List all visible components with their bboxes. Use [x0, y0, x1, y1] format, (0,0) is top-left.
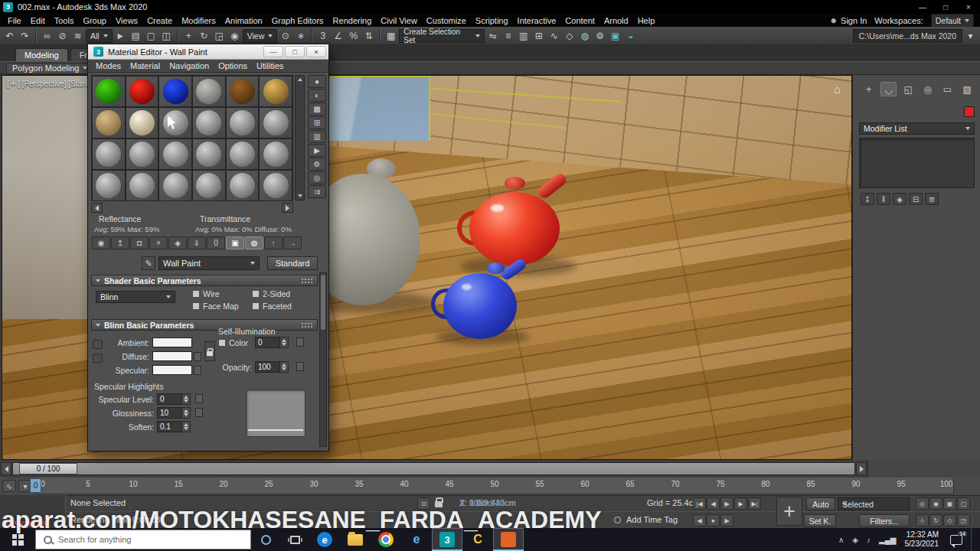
edge-icon[interactable]: e [309, 528, 340, 551]
select-and-manipulate-icon[interactable]: ∗ [293, 28, 308, 43]
recorder-app-icon[interactable] [493, 528, 524, 551]
menu-help[interactable]: Help [633, 16, 660, 25]
pan-tool-button[interactable]: + [776, 497, 802, 526]
key-filters-button[interactable]: Filters... [859, 514, 910, 527]
specular-level-map-button[interactable] [195, 394, 203, 403]
menu-edit[interactable]: Edit [26, 16, 50, 25]
reset-map-icon[interactable]: × [149, 236, 168, 249]
material-slot-gray-3[interactable] [226, 107, 260, 139]
maximize-button[interactable]: □ [934, 3, 957, 11]
remove-modifier-icon[interactable]: ⊟ [909, 193, 923, 205]
zoom-extents-icon[interactable]: ▣ [943, 497, 956, 510]
previous-frame-arrow[interactable] [1, 462, 11, 475]
slot-nav-right-icon[interactable] [282, 203, 293, 213]
menu-content[interactable]: Content [560, 16, 599, 25]
auto-key-button[interactable]: Auto [806, 497, 835, 510]
workspaces-dropdown[interactable]: Default [931, 14, 974, 28]
scrollbar-thumb[interactable] [321, 275, 325, 330]
make-unique-icon[interactable]: ◈ [168, 236, 187, 249]
material-slot-gray-9[interactable] [226, 139, 260, 170]
snaps-toggle-icon[interactable]: 3 [315, 28, 330, 43]
material-name-dropdown[interactable]: Wall Paint [158, 256, 260, 270]
tray-icon-onedrive[interactable]: ◈ [852, 536, 858, 544]
material-slot-concrete[interactable] [192, 76, 226, 107]
next-frame-arrow[interactable] [856, 462, 867, 475]
material-slot-gray-4[interactable] [259, 107, 292, 139]
object-color-swatch[interactable] [964, 106, 975, 117]
specular-level-spinner[interactable]: 0 [157, 393, 191, 405]
sample-type-icon[interactable]: ● [308, 75, 326, 88]
add-time-tag[interactable]: Add Time Tag [626, 515, 678, 524]
self-illumination-map-button[interactable] [296, 337, 304, 347]
glossiness-map-button[interactable] [195, 408, 203, 417]
self-illumination-spinner[interactable]: 0 [255, 337, 289, 348]
ie-icon[interactable]: e [401, 528, 432, 551]
layer-manager-icon[interactable]: ▥ [516, 28, 531, 43]
red-teapot[interactable] [469, 192, 560, 266]
use-pivot-point-icon[interactable]: ⊙ [278, 28, 292, 43]
select-and-rotate-icon[interactable]: ↻ [197, 28, 211, 43]
material-slot-red[interactable] [126, 76, 159, 107]
minimize-button[interactable]: — [911, 3, 934, 11]
material-slot-gold-checker[interactable] [259, 76, 292, 107]
opacity-spinner[interactable]: 100 [255, 361, 289, 373]
menu-arnold[interactable]: Arnold [599, 16, 633, 25]
taskbar-search[interactable]: Search for anything [35, 530, 251, 549]
c-app-icon[interactable]: C [462, 528, 493, 551]
spinner-snap-icon[interactable]: ⇅ [361, 28, 376, 43]
previous-frame-button[interactable]: ◀ [707, 497, 720, 510]
shader-dropdown[interactable]: Blinn [96, 291, 175, 303]
cortana-button[interactable] [251, 528, 280, 551]
put-material-to-scene-icon[interactable]: ↥ [111, 236, 129, 249]
spinner-arrows[interactable] [182, 393, 191, 405]
menu-file[interactable]: File [3, 16, 26, 25]
slot-nav-left-icon[interactable] [91, 203, 103, 213]
create-tab-icon[interactable]: + [861, 82, 877, 96]
isolate-selection-toggle-icon[interactable]: ⊡ [417, 497, 430, 510]
zoom-icon[interactable]: ◎ [916, 497, 929, 510]
modify-tab-icon[interactable]: ◡ [880, 82, 897, 96]
assign-material-icon[interactable]: ◘ [130, 236, 149, 249]
checkbox-wire[interactable]: Wire [192, 289, 252, 298]
modifier-stack[interactable] [859, 138, 975, 188]
specular-level-value[interactable]: 0 [157, 393, 182, 405]
show-end-result-icon[interactable]: ‖ [877, 193, 890, 205]
blinn-basic-parameters-rollout[interactable]: Blinn Basic Parameters [91, 319, 318, 331]
material-slot-gray-16[interactable] [259, 170, 292, 201]
select-and-link-icon[interactable]: ∞ [40, 28, 54, 43]
pick-material-icon[interactable]: ✎ [142, 256, 155, 270]
put-to-library-icon[interactable]: ⇓ [188, 236, 206, 249]
show-end-result-icon[interactable]: ◍ [245, 236, 263, 249]
modifier-list-dropdown[interactable]: Modifier List [859, 122, 975, 135]
scroll-down-icon[interactable] [298, 194, 302, 197]
field-of-view-icon[interactable]: ◇ [943, 514, 956, 527]
utilities-tab-icon[interactable]: ▨ [959, 82, 975, 96]
material-slot-gray-6[interactable] [126, 139, 159, 170]
opacity-value[interactable]: 100 [255, 361, 280, 373]
hidden-icons-chevron[interactable]: ∧ [838, 536, 844, 544]
set-key-button[interactable]: Set K. [804, 514, 836, 527]
material-slot-beige[interactable] [92, 107, 126, 139]
diffuse-map-button[interactable] [194, 352, 201, 361]
rendered-frame-icon[interactable]: ▣ [608, 28, 622, 43]
med-menu-navigation[interactable]: Navigation [165, 61, 214, 70]
select-by-material-icon[interactable]: ◎ [308, 171, 326, 184]
make-unique-icon[interactable]: ◈ [893, 193, 906, 205]
create-selection-set-combo[interactable]: Create Selection Set [399, 29, 485, 43]
material-slot-gray-7[interactable] [158, 139, 192, 170]
tray-icon-volume[interactable]: ♪ [867, 536, 871, 544]
select-and-place-icon[interactable]: ◉ [227, 28, 242, 43]
display-tab-icon[interactable]: ▭ [939, 82, 956, 96]
start-button[interactable] [0, 528, 35, 551]
schematic-view-icon[interactable]: ◇ [562, 28, 577, 43]
background-icon[interactable]: ▩ [308, 103, 326, 116]
spinner-arrows[interactable] [280, 361, 289, 373]
diffuse-color-swatch[interactable] [152, 351, 192, 361]
close-button[interactable]: × [957, 3, 980, 11]
render-setup-icon[interactable]: ⚙ [593, 28, 607, 43]
menu-create[interactable]: Create [142, 16, 177, 25]
soften-spinner[interactable]: 0.1 [157, 421, 191, 432]
menu-rendering[interactable]: Rendering [328, 16, 377, 25]
self-illumination-color-checkbox[interactable]: Color [218, 338, 248, 347]
med-menu-modes[interactable]: Modes [91, 61, 126, 70]
